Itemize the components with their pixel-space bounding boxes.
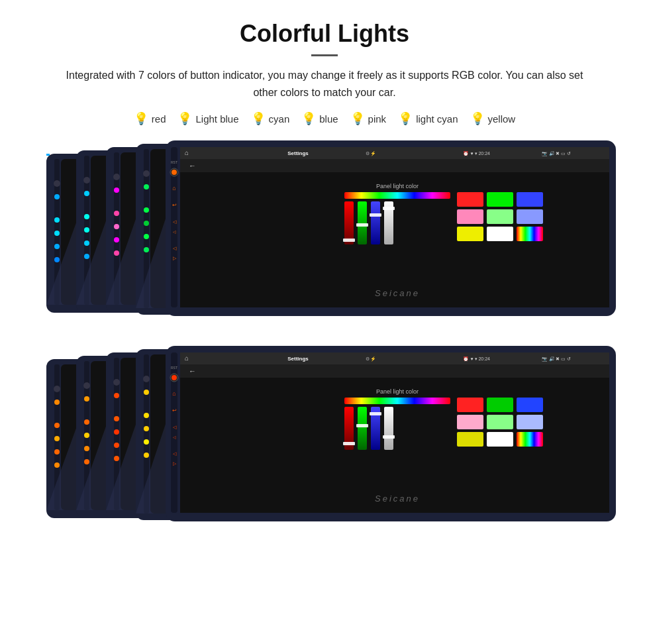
svg-text:⚙ ⚡: ⚙ ⚡ <box>366 356 377 362</box>
svg-text:⌂: ⌂ <box>172 185 175 191</box>
svg-rect-160 <box>487 432 513 447</box>
svg-rect-155 <box>517 398 543 412</box>
svg-rect-152 <box>383 435 395 439</box>
svg-rect-63 <box>344 192 450 199</box>
svg-point-115 <box>144 390 149 395</box>
svg-point-108 <box>114 443 119 448</box>
svg-point-18 <box>84 254 89 259</box>
page-container: Colorful Lights Integrated with 7 colors… <box>0 0 649 564</box>
svg-rect-158 <box>517 415 543 429</box>
color-labels-row: 💡 red 💡 Light blue 💡 cyan 💡 blue 💡 pink … <box>26 111 623 126</box>
svg-rect-159 <box>457 432 483 447</box>
svg-point-114 <box>143 376 150 382</box>
bulb-icon-lightcyan: 💡 <box>398 111 413 126</box>
svg-text:⏰ ♥ ▾ 20:24: ⏰ ♥ ▾ 20:24 <box>463 356 490 362</box>
svg-point-7 <box>54 244 60 249</box>
svg-rect-140 <box>180 364 609 378</box>
svg-point-95 <box>84 396 89 402</box>
svg-text:◁: ◁ <box>173 230 176 234</box>
svg-point-98 <box>84 446 89 451</box>
svg-point-105 <box>114 393 119 398</box>
svg-rect-144 <box>344 398 450 404</box>
bulb-icon-blue: 💡 <box>301 111 316 126</box>
svg-rect-161 <box>517 432 543 447</box>
svg-point-8 <box>54 257 60 262</box>
svg-point-6 <box>54 231 60 236</box>
title-divider <box>311 54 338 56</box>
svg-text:Seicane: Seicane <box>375 494 420 504</box>
description-text: Integrated with 7 colors of button indic… <box>53 67 596 101</box>
svg-point-14 <box>84 191 89 196</box>
svg-rect-156 <box>457 415 483 429</box>
svg-text:Seicane: Seicane <box>375 288 420 298</box>
svg-text:←: ← <box>189 367 196 375</box>
bulb-icon-pink: 💡 <box>350 111 365 126</box>
color-item-cyan: 💡 cyan <box>251 111 290 126</box>
svg-rect-79 <box>487 227 513 241</box>
bulb-icon-lightblue: 💡 <box>177 111 192 126</box>
page-title: Colorful Lights <box>26 20 623 48</box>
svg-point-34 <box>144 184 149 189</box>
color-name-pink: pink <box>368 113 387 125</box>
svg-text:↩: ↩ <box>172 407 177 413</box>
color-item-pink: 💡 pink <box>350 111 387 126</box>
svg-rect-80 <box>517 227 543 241</box>
bulb-icon-red: 💡 <box>134 111 148 126</box>
svg-rect-70 <box>370 213 381 217</box>
svg-point-94 <box>83 382 90 389</box>
svg-text:RST: RST <box>171 366 177 370</box>
svg-rect-72 <box>457 192 483 207</box>
color-item-lightcyan: 💡 light cyan <box>398 111 458 126</box>
svg-point-109 <box>114 456 119 461</box>
svg-point-116 <box>144 413 149 418</box>
svg-rect-73 <box>487 192 513 207</box>
svg-rect-150 <box>356 424 368 427</box>
svg-text:⌂: ⌂ <box>185 149 189 156</box>
svg-point-25 <box>114 211 119 216</box>
color-name-yellow: yellow <box>488 113 516 125</box>
svg-point-45 <box>172 170 177 175</box>
svg-rect-68 <box>343 239 355 242</box>
svg-text:⌂: ⌂ <box>172 390 175 397</box>
svg-point-38 <box>144 247 149 252</box>
device-svg-top: RST ⌂ ↩ ◁ ◁ ◁ ▷ ⌂ Settings <box>26 140 623 336</box>
svg-text:📷 🔊 ✖ ▭ ↺: 📷 🔊 ✖ ▭ ↺ <box>542 356 572 362</box>
svg-point-15 <box>84 214 89 219</box>
color-item-blue: 💡 blue <box>301 111 338 126</box>
svg-point-5 <box>54 217 60 223</box>
svg-rect-78 <box>457 227 483 241</box>
svg-text:RST: RST <box>171 160 177 164</box>
svg-rect-69 <box>356 223 368 227</box>
svg-point-119 <box>144 453 149 458</box>
color-name-red: red <box>152 113 166 125</box>
svg-point-35 <box>144 207 149 213</box>
svg-rect-75 <box>457 209 483 224</box>
svg-rect-71 <box>383 207 395 210</box>
svg-rect-149 <box>343 442 355 445</box>
svg-rect-154 <box>487 398 513 412</box>
svg-rect-4 <box>46 154 50 156</box>
color-name-lightblue: Light blue <box>195 113 238 125</box>
svg-point-107 <box>114 429 119 435</box>
device-svg-bottom: RST ⌂ ↩ ◁ ◁ ◁ ▷ ⌂ Settings ⚙ ⚡ ⏰ ♥ ▾ 20:… <box>26 346 623 541</box>
svg-point-89 <box>54 462 60 468</box>
svg-point-17 <box>84 241 89 246</box>
svg-point-2 <box>54 180 60 187</box>
svg-point-87 <box>54 436 60 441</box>
svg-point-36 <box>144 221 149 226</box>
svg-text:⌂: ⌂ <box>185 354 189 362</box>
svg-rect-74 <box>517 192 543 207</box>
svg-rect-148 <box>384 407 393 450</box>
color-item-lightblue: 💡 Light blue <box>177 111 238 126</box>
svg-point-106 <box>114 416 119 421</box>
bulb-icon-cyan: 💡 <box>251 111 266 126</box>
color-name-cyan: cyan <box>269 113 290 125</box>
svg-text:↩: ↩ <box>172 202 177 208</box>
svg-rect-65 <box>358 201 367 244</box>
color-name-blue: blue <box>319 113 338 125</box>
color-item-yellow: 💡 yellow <box>470 111 516 126</box>
svg-point-99 <box>84 459 89 464</box>
svg-point-37 <box>144 234 149 239</box>
svg-text:Panel light color: Panel light color <box>376 183 419 189</box>
svg-text:Settings: Settings <box>287 150 309 156</box>
